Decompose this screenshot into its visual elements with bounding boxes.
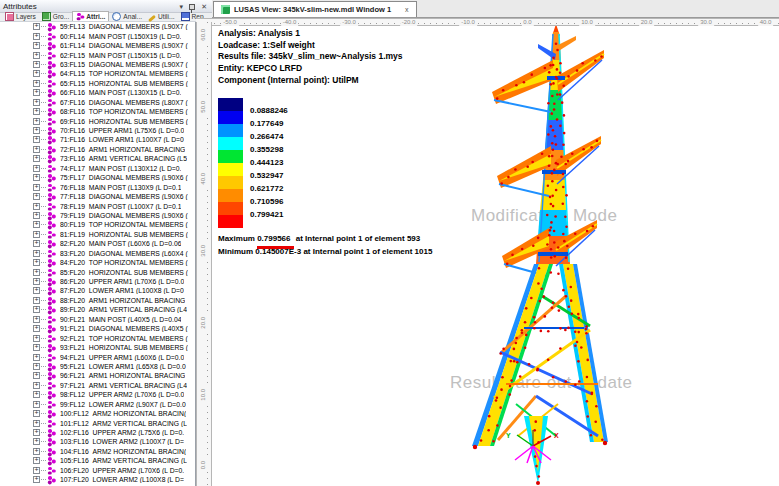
tree-item[interactable]: + 82:FL20_MAIN POST (L60X6 (L D=0.06 (0, 239, 195, 248)
expander-icon[interactable]: + (33, 136, 40, 143)
tree-item[interactable]: + 91:FL21_DIAGONAL MEMBERS (L40X5 ( (0, 324, 195, 333)
expander-icon[interactable]: + (33, 42, 40, 49)
tree-item[interactable]: + 101:FL12_ARM2 VERTICAL BRACING (L (0, 418, 195, 427)
expander-icon[interactable]: + (33, 287, 40, 294)
tree-item[interactable]: + 59:FL13_DIAGONAL MEMBERS (L90X7 ( (0, 22, 195, 31)
tree-item[interactable]: + 60:FL14_MAIN POST (L150X19 (L D=0. (0, 31, 195, 40)
expander-icon[interactable]: + (33, 193, 40, 200)
tree-item[interactable]: + 61:FL14_DIAGONAL MEMBERS (L90X7 ( (0, 41, 195, 50)
tree-item[interactable]: + 86:FL20_UPPER ARM1 (L70X6 (L D=0.0 (0, 277, 195, 286)
tree-item[interactable]: + 90:FL21_MAIN POST (L40X5 (L D=0.04 (0, 315, 195, 324)
tree-item[interactable]: + 87:FL20_LOWER ARM1 (L100X8 (L D=0 (0, 286, 195, 295)
pin-icon[interactable] (189, 4, 195, 10)
tree-item[interactable]: + 80:FL19_TOP HORIZONTAL MEMBERS ( (0, 220, 195, 229)
expander-icon[interactable]: + (33, 240, 40, 247)
expander-icon[interactable]: + (33, 306, 40, 313)
tree-item[interactable]: + 74:FL17_MAIN POST (L130X12 (L D=0. (0, 164, 195, 173)
tree-item[interactable]: + 68:FL16_TOP HORIZONTAL MEMBERS ( (0, 107, 195, 116)
tree-item[interactable]: + 70:FL16_UPPER ARM1 (L75X6 (L D=0.0 (0, 126, 195, 135)
tree-item[interactable]: + 84:FL20_TOP HORIZONTAL MEMBERS ( (0, 258, 195, 267)
expander-icon[interactable]: + (33, 99, 40, 106)
tree-item[interactable]: + 67:FL16_DIAGONAL MEMBERS (L80X7 ( (0, 98, 195, 107)
tree-item[interactable]: + 88:FL20_ARM1 HORIZONTAL BRACING (0, 296, 195, 305)
tree-item[interactable]: + 83:FL20_DIAGONAL MEMBERS (L60X4 ( (0, 249, 195, 258)
expander-icon[interactable]: + (33, 23, 40, 30)
expander-icon[interactable]: + (33, 401, 40, 408)
expander-icon[interactable]: + (33, 231, 40, 238)
tree-item[interactable]: + 71:FL16_LOWER ARM1 (L100X7 (L D=0 (0, 135, 195, 144)
expander-icon[interactable]: + (33, 278, 40, 285)
expander-icon[interactable]: + (33, 203, 40, 210)
expander-icon[interactable]: + (33, 80, 40, 87)
tree-item[interactable]: + 65:FL15_HORIZONTAL SUB MEMBERS ( (0, 79, 195, 88)
expander-icon[interactable]: + (33, 316, 40, 323)
tree-item[interactable]: + 93:FL21_HORIZONTAL SUB MEMBERS ( (0, 343, 195, 352)
tree-item[interactable]: + 94:FL21_UPPER ARM1 (L60X6 (L D=0.0 (0, 352, 195, 361)
model-canvas[interactable]: Modification Mode Results are out of dat… (212, 26, 779, 486)
expander-icon[interactable]: + (33, 391, 40, 398)
tree-item[interactable]: + 64:FL15_TOP HORIZONTAL MEMBERS ( (0, 69, 195, 78)
tree-item[interactable]: + 63:FL15_DIAGONAL MEMBERS (L90X7 ( (0, 60, 195, 69)
expander-icon[interactable]: + (33, 61, 40, 68)
expander-icon[interactable]: + (33, 363, 40, 370)
expander-icon[interactable]: + (33, 52, 40, 59)
expander-icon[interactable]: + (33, 410, 40, 417)
tree-item[interactable]: + 66:FL16_MAIN POST (L130X15 (L D=0. (0, 88, 195, 97)
tree-item[interactable]: + 107:FL20_LOWER ARM2 (L100X8 (L D= (0, 475, 195, 484)
tree-item[interactable]: + 73:FL16_ARM1 VERTICAL BRACING (L5 (0, 154, 195, 163)
tab-groups[interactable]: Gro... (39, 12, 73, 21)
tree-item[interactable]: + 75:FL17_DIAGONAL MEMBERS (L90X6 ( (0, 173, 195, 182)
tree-item[interactable]: + 92:FL21_TOP HORIZONTAL MEMBERS ( (0, 333, 195, 342)
tree-item[interactable]: + 81:FL19_HORIZONTAL SUB MEMBERS ( (0, 230, 195, 239)
expander-icon[interactable]: + (33, 382, 40, 389)
tree-item[interactable]: + 100:FL12_ARM2 HORIZONTAL BRACIN( (0, 409, 195, 418)
tree-item[interactable]: + 62:FL15_MAIN POST (L150X15 (L D=0. (0, 50, 195, 59)
expander-icon[interactable]: + (33, 33, 40, 40)
tree-item[interactable]: + 89:FL20_ARM1 VERTICAL BRACING (L4 (0, 305, 195, 314)
expander-icon[interactable]: + (33, 457, 40, 464)
tab-attributes[interactable]: Attri... (72, 11, 109, 21)
tree-item[interactable]: + 104:FL16_ARM2 HORIZONTAL BRACIN( (0, 447, 195, 456)
expander-icon[interactable]: + (33, 184, 40, 191)
tree-item[interactable]: + 76:FL18_MAIN POST (L130X9 (L D=0.1 (0, 182, 195, 191)
expander-icon[interactable]: + (33, 420, 40, 427)
view-tab[interactable]: LUSAS View: 345kV-slim-new.mdl Window 1 … (213, 1, 417, 17)
expander-icon[interactable]: + (33, 221, 40, 228)
tab-utilities[interactable]: Utili... (145, 12, 177, 21)
expander-icon[interactable]: + (33, 127, 40, 134)
expander-icon[interactable]: + (33, 259, 40, 266)
expander-icon[interactable]: + (33, 269, 40, 276)
expander-icon[interactable]: + (33, 448, 40, 455)
tab-analyses[interactable]: Anal... (109, 12, 145, 21)
tree-item[interactable]: + 105:FL16_ARM2 VERTICAL BRACING (L (0, 456, 195, 465)
expander-icon[interactable]: + (33, 335, 40, 342)
attributes-tree[interactable]: + 59:FL13_DIAGONAL MEMBERS (L90X7 ( + 60… (0, 22, 196, 486)
expander-icon[interactable]: + (33, 476, 40, 483)
tree-item[interactable]: + 99:FL12_LOWER ARM2 (L90X7 (L D=0.0 (0, 400, 195, 409)
tree-item[interactable]: + 85:FL20_HORIZONTAL SUB MEMBERS ( (0, 267, 195, 276)
expander-icon[interactable]: + (33, 70, 40, 77)
expander-icon[interactable]: + (33, 325, 40, 332)
tree-item[interactable]: + 79:FL19_DIAGONAL MEMBERS (L90X6 ( (0, 211, 195, 220)
expander-icon[interactable]: + (33, 354, 40, 361)
expander-icon[interactable]: + (33, 155, 40, 162)
expander-icon[interactable]: + (33, 429, 40, 436)
expander-icon[interactable]: + (33, 372, 40, 379)
tree-item[interactable]: + 69:FL16_HORIZONTAL SUB MEMBERS ( (0, 116, 195, 125)
expander-icon[interactable]: + (33, 297, 40, 304)
expander-icon[interactable]: + (33, 146, 40, 153)
tree-item[interactable]: + 77:FL18_DIAGONAL MEMBERS (L90X6 ( (0, 192, 195, 201)
view-tab-close-icon[interactable]: x (405, 6, 409, 13)
expander-icon[interactable]: + (33, 165, 40, 172)
expander-icon[interactable]: + (33, 250, 40, 257)
tree-item[interactable]: + 106:FL20_UPPER ARM2 (L70X6 (L D=0. (0, 466, 195, 475)
expander-icon[interactable]: + (33, 212, 40, 219)
tree-item[interactable]: + 78:FL19_MAIN POST (L100X7 (L D=0.1 (0, 201, 195, 210)
tree-item[interactable]: + 72:FL16_ARM1 HORIZONTAL BRACING (0, 145, 195, 154)
tree-item[interactable]: + 98:FL12_UPPER ARM2 (L70X6 (L D=0.0 (0, 390, 195, 399)
expander-icon[interactable]: + (33, 467, 40, 474)
tree-item[interactable]: + 95:FL21_LOWER ARM1 (L65X8 (L D=0.0 (0, 362, 195, 371)
expander-icon[interactable]: + (33, 174, 40, 181)
expander-icon[interactable]: + (33, 108, 40, 115)
expander-icon[interactable]: + (33, 118, 40, 125)
